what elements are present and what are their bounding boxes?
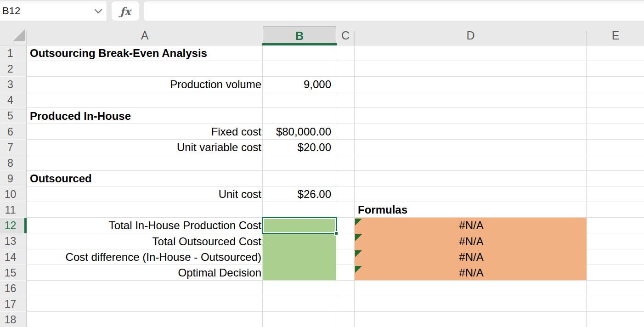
cell-D8[interactable] — [355, 155, 587, 171]
row-header-6[interactable]: 6 — [0, 124, 27, 140]
cell-A4[interactable] — [27, 92, 263, 108]
cell-E16[interactable] — [587, 281, 644, 296]
row-header-16[interactable]: 16 — [0, 281, 27, 296]
cell-E14[interactable] — [587, 249, 644, 265]
cell-E6[interactable] — [587, 124, 644, 140]
row-header-7[interactable]: 7 — [0, 140, 27, 155]
cell-E17[interactable] — [587, 296, 644, 312]
cell-B11[interactable] — [263, 202, 336, 218]
row-header-13[interactable]: 13 — [0, 233, 27, 249]
cell-C2[interactable] — [336, 61, 355, 77]
cell-D6[interactable] — [355, 124, 587, 140]
cell-C1[interactable] — [336, 45, 355, 61]
cell-E11[interactable] — [587, 202, 644, 218]
row-header-15[interactable]: 15 — [0, 265, 27, 281]
cell-E4[interactable] — [587, 92, 644, 108]
cell-C18[interactable] — [336, 312, 355, 327]
cell-B2[interactable] — [263, 61, 336, 77]
cell-C7[interactable] — [336, 140, 355, 155]
cell-C12[interactable] — [336, 218, 355, 233]
cell-B4[interactable] — [263, 92, 336, 108]
row-header-8[interactable]: 8 — [0, 155, 27, 171]
cell-text-D14: #N/A — [355, 249, 587, 265]
formula-input[interactable] — [144, 1, 644, 21]
column-header-B[interactable]: B — [263, 26, 336, 45]
cell-B8[interactable] — [263, 155, 336, 171]
selected-row-bar — [24, 218, 27, 233]
row-header-11[interactable]: 11 — [0, 202, 27, 218]
cell-C5[interactable] — [336, 108, 355, 124]
row-header-18[interactable]: 18 — [0, 312, 27, 327]
row-header-5[interactable]: 5 — [0, 108, 27, 124]
row-header-12[interactable]: 12 — [0, 218, 27, 233]
row-header-4[interactable]: 4 — [0, 92, 27, 108]
cell-D17[interactable] — [355, 296, 587, 312]
cell-E1[interactable] — [587, 45, 644, 61]
cell-E12[interactable] — [587, 218, 644, 233]
cell-E13[interactable] — [587, 233, 644, 249]
cell-B5[interactable] — [263, 108, 336, 124]
cell-text-A13: Total Outsourced Cost — [27, 233, 263, 249]
cell-D18[interactable] — [355, 312, 587, 327]
cell-B1[interactable] — [263, 45, 336, 61]
cell-D4[interactable] — [355, 92, 587, 108]
fill-handle[interactable] — [334, 231, 339, 236]
select-all-corner[interactable] — [0, 26, 27, 45]
column-header-A[interactable]: A — [27, 26, 263, 45]
cell-D10[interactable] — [355, 186, 587, 202]
row-header-3[interactable]: 3 — [0, 77, 27, 92]
cell-E7[interactable] — [587, 140, 644, 155]
cell-A11[interactable] — [27, 202, 263, 218]
cell-E8[interactable] — [587, 155, 644, 171]
row-header-1[interactable]: 1 — [0, 45, 27, 61]
column-header-C[interactable]: C — [336, 26, 355, 45]
row-header-2[interactable]: 2 — [0, 61, 27, 77]
cell-E15[interactable] — [587, 265, 644, 281]
cell-E10[interactable] — [587, 186, 644, 202]
cell-D2[interactable] — [355, 61, 587, 77]
name-box[interactable]: B12 — [0, 1, 107, 21]
cell-A8[interactable] — [27, 155, 263, 171]
cell-D3[interactable] — [355, 77, 587, 92]
cell-C11[interactable] — [336, 202, 355, 218]
cell-D7[interactable] — [355, 140, 587, 155]
cell-D9[interactable] — [355, 171, 587, 186]
column-header-E[interactable]: E — [587, 26, 644, 45]
cell-E5[interactable] — [587, 108, 644, 124]
cell-C9[interactable] — [336, 171, 355, 186]
cell-C10[interactable] — [336, 186, 355, 202]
cell-C3[interactable] — [336, 77, 355, 92]
cell-A2[interactable] — [27, 61, 263, 77]
cell-text-B10: $26.00 — [263, 186, 336, 202]
cell-E3[interactable] — [587, 77, 644, 92]
row-header-10[interactable]: 10 — [0, 186, 27, 202]
cell-C14[interactable] — [336, 249, 355, 265]
insert-function-button[interactable]: ƒx — [112, 1, 139, 21]
cell-C15[interactable] — [336, 265, 355, 281]
cell-C13[interactable] — [336, 233, 355, 249]
cell-C6[interactable] — [336, 124, 355, 140]
cell-B18[interactable] — [263, 312, 336, 327]
cell-C4[interactable] — [336, 92, 355, 108]
cell-C8[interactable] — [336, 155, 355, 171]
cell-E2[interactable] — [587, 61, 644, 77]
cell-E18[interactable] — [587, 312, 644, 327]
cell-B9[interactable] — [263, 171, 336, 186]
cell-D1[interactable] — [355, 45, 587, 61]
chevron-down-icon[interactable] — [95, 6, 102, 14]
cell-A16[interactable] — [27, 281, 263, 296]
cell-C16[interactable] — [336, 281, 355, 296]
column-header-D[interactable]: D — [355, 26, 587, 45]
cell-A17[interactable] — [27, 296, 263, 312]
cell-D16[interactable] — [355, 281, 587, 296]
cell-B17[interactable] — [263, 296, 336, 312]
cell-E9[interactable] — [587, 171, 644, 186]
row-header-14[interactable]: 14 — [0, 249, 27, 265]
cell-text-A3: Production volume — [27, 77, 263, 92]
cell-A18[interactable] — [27, 312, 263, 327]
cell-D5[interactable] — [355, 108, 587, 124]
cell-C17[interactable] — [336, 296, 355, 312]
cell-B16[interactable] — [263, 281, 336, 296]
row-header-9[interactable]: 9 — [0, 171, 27, 186]
row-header-17[interactable]: 17 — [0, 296, 27, 312]
